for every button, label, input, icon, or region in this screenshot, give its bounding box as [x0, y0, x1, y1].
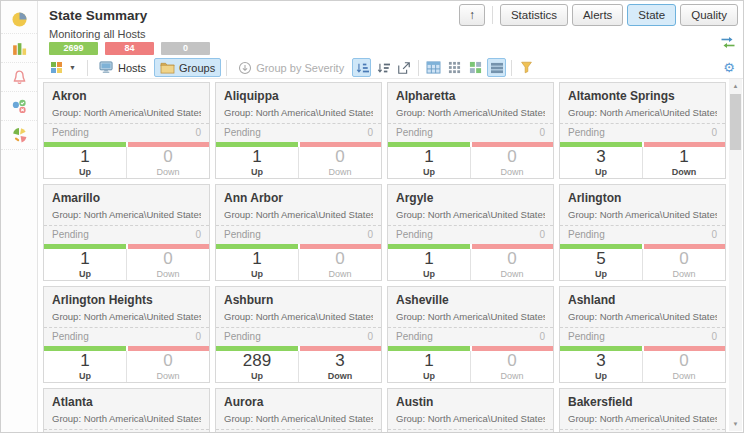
card-header: AustinGroup: North America\United States [388, 389, 553, 429]
pop-out-button[interactable] [394, 58, 413, 77]
pie-chart-icon [11, 11, 28, 28]
table-view-button[interactable] [424, 58, 443, 77]
group-card[interactable]: AustinGroup: North America\United States… [387, 388, 554, 432]
sort-descending-button[interactable] [373, 58, 392, 77]
stats-row: 1Up0Down [388, 249, 553, 280]
down-label: Down [500, 167, 523, 177]
card-header: AliquippaGroup: North America\United Sta… [216, 83, 381, 123]
card-title: Ann Arbor [224, 191, 373, 205]
group-card[interactable]: AshlandGroup: North America\United State… [559, 286, 726, 383]
pending-label: Pending [396, 331, 433, 342]
tile-view-button[interactable] [466, 58, 485, 77]
group-card[interactable]: AliquippaGroup: North America\United Sta… [215, 82, 382, 179]
pending-label: Pending [224, 229, 261, 240]
down-cell: 3Down [298, 351, 381, 382]
groups-button[interactable]: Groups [154, 58, 221, 77]
pending-row: Pending0 [560, 225, 725, 244]
card-group-path: Group: North America\United States [568, 107, 717, 118]
grid-view-button[interactable] [445, 58, 464, 77]
scrollbar-thumb[interactable] [730, 94, 741, 150]
group-card[interactable]: Altamonte SpringsGroup: North America\Un… [559, 82, 726, 179]
groups-folder-icon [160, 61, 175, 74]
stats-row: 1Up0Down [44, 351, 209, 382]
down-count: 3 [335, 352, 344, 370]
down-cell: 0Down [642, 351, 725, 382]
pending-value: 0 [367, 331, 373, 342]
pending-label: Pending [396, 229, 433, 240]
list-view-button[interactable] [487, 58, 506, 77]
hosts-button[interactable]: Hosts [93, 58, 152, 77]
down-count: 0 [163, 148, 172, 166]
scroll-top-button[interactable]: ↑ [459, 4, 485, 26]
card-header: Ann ArborGroup: North America\United Sta… [216, 185, 381, 225]
tab-statistics[interactable]: Statistics [500, 4, 568, 26]
group-by-severity-button[interactable]: Group by Severity [232, 58, 350, 77]
group-card[interactable]: AmarilloGroup: North America\United Stat… [43, 184, 210, 281]
scrollbar-up-arrow[interactable]: ▲ [729, 79, 742, 93]
settings-gear-icon[interactable]: ⚙ [723, 61, 735, 74]
group-card[interactable]: Ann ArborGroup: North America\United Sta… [215, 184, 382, 281]
group-card[interactable]: AshevilleGroup: North America\United Sta… [387, 286, 554, 383]
card-title: Altamonte Springs [568, 89, 717, 103]
down-label: Down [672, 167, 697, 177]
view-selector-icon [50, 61, 63, 74]
down-label: Down [500, 269, 523, 279]
card-title: Aurora [224, 395, 373, 409]
pending-row: Pending0 [44, 327, 209, 346]
sidebar-item-alerts[interactable] [1, 63, 37, 92]
bar-chart-icon [11, 40, 28, 57]
card-title: Ashland [568, 293, 717, 307]
tab-quality[interactable]: Quality [680, 4, 738, 26]
card-title: Alpharetta [396, 89, 545, 103]
group-card[interactable]: AtlantaGroup: North America\United State… [43, 388, 210, 432]
up-cell: 1Up [216, 249, 298, 280]
app-window: State Summary ↑ StatisticsAlertsStateQua… [1, 1, 743, 432]
up-label: Up [251, 371, 263, 381]
chevron-down-icon: ▼ [69, 64, 76, 71]
card-header: ArlingtonGroup: North America\United Sta… [560, 185, 725, 225]
down-cell: 0Down [126, 147, 209, 178]
down-cell: 0Down [298, 249, 381, 280]
group-card[interactable]: Arlington HeightsGroup: North America\Un… [43, 286, 210, 383]
group-card[interactable]: ArlingtonGroup: North America\United Sta… [559, 184, 726, 281]
card-header: AkronGroup: North America\United States [44, 83, 209, 123]
card-header: AuroraGroup: North America\United States [216, 389, 381, 429]
filter-button[interactable] [517, 58, 536, 77]
sidebar-item-pie-chart[interactable] [1, 5, 37, 34]
up-label: Up [251, 167, 263, 177]
view-selector-dropdown[interactable]: ▼ [44, 58, 82, 77]
down-label: Down [672, 371, 695, 381]
pending-value: 0 [539, 331, 545, 342]
sidebar-item-severity-gauge[interactable] [1, 121, 37, 150]
card-title: Argyle [396, 191, 545, 205]
header-actions: ↑ StatisticsAlertsStateQuality [459, 4, 738, 26]
stats-row: 1Up0Down [216, 249, 381, 280]
main-panel: State Summary ↑ StatisticsAlertsStateQua… [38, 1, 743, 432]
group-card[interactable]: AkronGroup: North America\United StatesP… [43, 82, 210, 179]
card-group-path: Group: North America\United States [224, 413, 373, 424]
group-card[interactable]: AlpharettaGroup: North America\United St… [387, 82, 554, 179]
swap-columns-icon[interactable] [720, 35, 736, 53]
sidebar-item-bar-chart[interactable] [1, 34, 37, 63]
down-label: Down [500, 371, 523, 381]
tab-alerts[interactable]: Alerts [572, 4, 623, 26]
scrollbar-down-arrow[interactable]: ▼ [729, 417, 742, 431]
pending-count-badge: 0 [161, 42, 210, 55]
down-count: 0 [679, 250, 688, 268]
down-label: Down [672, 269, 695, 279]
up-cell: 1Up [388, 351, 470, 382]
sort-ascending-button[interactable] [352, 58, 371, 77]
group-card[interactable]: BakersfieldGroup: North America\United S… [559, 388, 726, 432]
pending-label: Pending [568, 229, 605, 240]
group-card[interactable]: AuroraGroup: North America\United States… [215, 388, 382, 432]
down-label: Down [156, 167, 179, 177]
vertical-scrollbar[interactable]: ▲ ▼ [729, 79, 742, 431]
group-card[interactable]: AshburnGroup: North America\United State… [215, 286, 382, 383]
tab-state[interactable]: State [627, 4, 676, 26]
card-header: AtlantaGroup: North America\United State… [44, 389, 209, 429]
group-card[interactable]: ArgyleGroup: North America\United States… [387, 184, 554, 281]
pending-value: 0 [711, 331, 717, 342]
down-count: 0 [507, 352, 516, 370]
sidebar-item-status[interactable] [1, 92, 37, 121]
up-label: Up [79, 371, 91, 381]
